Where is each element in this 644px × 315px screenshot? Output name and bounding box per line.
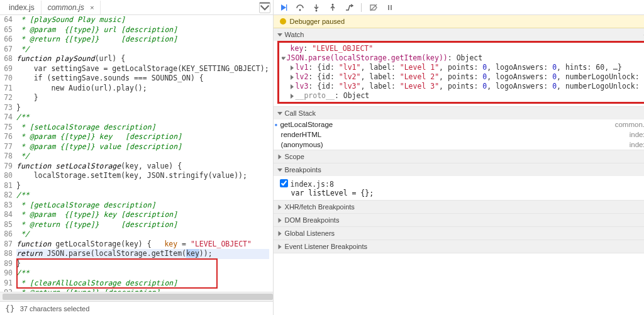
line-gutter: 6465666768697071727374757677787980818283… — [0, 15, 16, 292]
expand-icon — [277, 112, 282, 115]
breakpoint-item[interactable]: index.js:8 — [290, 179, 644, 189]
panel-header[interactable]: XHR/fetch Breakpoints — [274, 201, 644, 213]
expand-icon — [278, 231, 281, 236]
step-over-icon[interactable] — [294, 2, 306, 13]
step-into-icon[interactable] — [310, 2, 323, 13]
watch-highlight-frame: key: "LEVEL_OBJECT"JSON.parse(localStora… — [277, 41, 644, 104]
expand-icon — [278, 218, 281, 223]
callstack-row[interactable]: getLocalStoragecommon.js:90 — [274, 119, 644, 130]
debug-toolbar — [274, 0, 644, 15]
close-icon[interactable]: × — [90, 4, 94, 11]
svg-point-4 — [331, 4, 333, 6]
svg-rect-6 — [388, 5, 389, 10]
scope-header[interactable]: Scope — [274, 150, 644, 163]
pretty-print-icon[interactable]: {} — [5, 304, 15, 313]
svg-point-3 — [315, 9, 317, 11]
tab-index-js[interactable]: index.js — [3, 1, 42, 14]
callstack-body: getLocalStoragecommon.js:90renderHTMLind… — [274, 119, 644, 150]
callstack-header[interactable]: Call Stack — [274, 107, 644, 119]
add-watch-icon[interactable]: ＋ — [641, 30, 644, 39]
expand-icon — [278, 154, 281, 159]
breakpoint-checkbox[interactable] — [280, 179, 288, 187]
scope-title: Scope — [285, 153, 644, 160]
status-bar: {} 37 characters selected — [0, 301, 273, 315]
tab-label: common.js — [48, 3, 84, 12]
watch-header[interactable]: Watch ＋ — [274, 28, 644, 41]
scope-panel: Scope — [274, 150, 644, 163]
code-editor[interactable]: 6465666768697071727374757677787980818283… — [0, 15, 273, 292]
status-text: 37 characters selected — [20, 305, 90, 312]
more-tabs-button[interactable] — [259, 2, 270, 13]
horizontal-scrollbar[interactable] — [0, 292, 273, 301]
paused-banner: Debugger paused — [274, 15, 644, 28]
collapsed-panels: XHR/fetch BreakpointsDOM BreakpointsGlob… — [274, 201, 644, 253]
devtools-app: index.js common.js × 6465666768697071727… — [0, 0, 644, 315]
panel-header[interactable]: Global Listeners — [274, 227, 644, 240]
editor-pane: index.js common.js × 6465666768697071727… — [0, 0, 274, 315]
svg-rect-7 — [391, 5, 392, 10]
breakpoints-body: index.js:8 var listLevel = {}; — [274, 176, 644, 200]
paused-label: Debugger paused — [290, 18, 345, 25]
paused-dot-icon — [280, 18, 286, 25]
callstack-title: Call Stack — [285, 109, 644, 117]
breakpoints-panel: Breakpoints index.js:8 var listLevel = {… — [274, 163, 644, 201]
expand-icon — [278, 204, 281, 209]
expand-icon — [278, 244, 281, 249]
breakpoints-header[interactable]: Breakpoints — [274, 163, 644, 176]
callstack-row[interactable]: renderHTMLindex.js:9 — [274, 130, 644, 140]
expand-icon — [277, 169, 282, 172]
tab-common-js[interactable]: common.js × — [42, 1, 101, 14]
callstack-panel: Call Stack getLocalStoragecommon.js:90re… — [274, 107, 644, 150]
panel-header[interactable]: DOM Breakpoints — [274, 214, 644, 226]
callstack-row[interactable]: (anonymous)index.js:2 — [274, 140, 644, 150]
expand-icon — [277, 33, 282, 36]
scrollbar-thumb[interactable] — [3, 294, 273, 300]
step-out-icon[interactable] — [326, 2, 339, 13]
debugger-pane: Debugger paused Watch ＋ key: "LEVEL_OBJE… — [274, 0, 644, 315]
breakpoints-title: Breakpoints — [285, 166, 644, 174]
debug-panels: Watch ＋ key: "LEVEL_OBJECT"JSON.parse(lo… — [274, 28, 644, 315]
resume-icon[interactable] — [277, 2, 290, 13]
file-tabs: index.js common.js × — [0, 0, 273, 15]
watch-title: Watch — [285, 31, 639, 38]
deactivate-breakpoints-icon[interactable] — [367, 2, 380, 13]
code-content[interactable]: * [playSound Play music] * @param {[type… — [16, 15, 273, 292]
watch-body: key: "LEVEL_OBJECT"JSON.parse(localStora… — [279, 43, 644, 102]
pause-exceptions-icon[interactable] — [384, 2, 396, 13]
watch-panel: Watch ＋ key: "LEVEL_OBJECT"JSON.parse(lo… — [274, 28, 644, 107]
svg-rect-0 — [260, 3, 270, 4]
svg-rect-1 — [286, 4, 287, 11]
panel-header[interactable]: Event Listener Breakpoints — [274, 240, 644, 253]
step-icon[interactable] — [343, 2, 355, 13]
svg-point-2 — [299, 9, 301, 11]
